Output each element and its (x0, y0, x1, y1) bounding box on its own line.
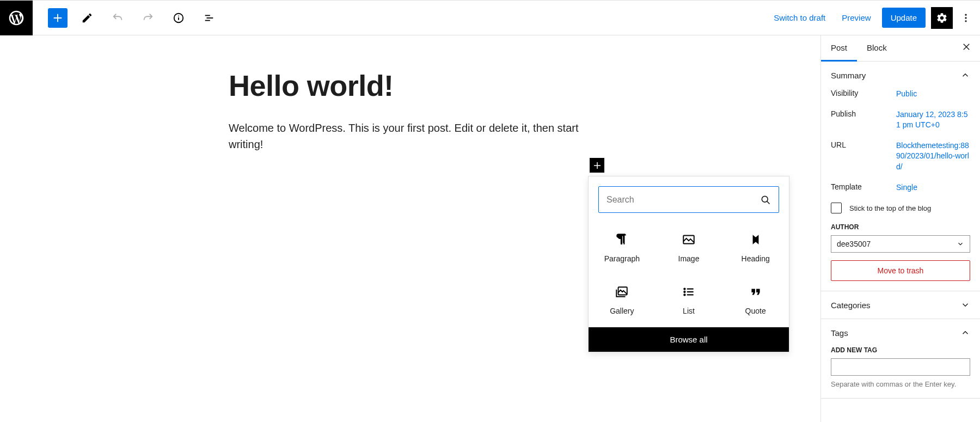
block-quote[interactable]: Quote (722, 275, 789, 327)
svg-point-13 (684, 289, 685, 290)
visibility-value[interactable]: Public (896, 89, 970, 100)
panel-title: Categories (831, 301, 871, 310)
block-label: List (683, 307, 695, 315)
tag-hint: Separate with commas or the Enter key. (831, 380, 970, 388)
author-select[interactable]: dee35007 (831, 235, 970, 253)
publish-value[interactable]: January 12, 2023 8:51 pm UTC+0 (896, 109, 970, 131)
panel-title: Tags (831, 328, 848, 338)
add-block-button[interactable] (48, 8, 68, 28)
info-icon[interactable] (168, 7, 189, 29)
search-icon (760, 194, 771, 205)
toolbar-right: Switch to draft Preview Update (768, 7, 980, 29)
block-label: Paragraph (604, 254, 640, 263)
block-search-input[interactable] (598, 186, 779, 213)
paragraph-icon (615, 233, 629, 247)
top-toolbar: Switch to draft Preview Update (0, 1, 980, 35)
wordpress-logo[interactable] (0, 1, 33, 35)
main-area: Hello world! Welcome to WordPress. This … (0, 35, 980, 422)
svg-point-9 (762, 196, 768, 202)
svg-point-6 (965, 14, 966, 15)
block-label: Image (678, 254, 700, 263)
post-body[interactable]: Welcome to WordPress. This is your first… (229, 120, 610, 152)
panel-tags-toggle[interactable]: Tags (821, 319, 980, 346)
template-value[interactable]: Single (896, 182, 970, 193)
redo-icon[interactable] (137, 7, 159, 29)
template-label: Template (831, 182, 896, 193)
search-field[interactable] (607, 195, 760, 205)
svg-point-17 (684, 294, 685, 295)
settings-icon[interactable] (931, 7, 953, 29)
quote-icon (749, 285, 763, 299)
visibility-label: Visibility (831, 89, 896, 100)
block-label: Heading (742, 254, 770, 263)
url-label: URL (831, 140, 896, 173)
panel-tags: Tags ADD NEW TAG Separate with commas or… (821, 319, 980, 399)
chevron-up-icon (960, 328, 970, 338)
gallery-icon (615, 285, 629, 299)
post-title[interactable]: Hello world! (229, 68, 610, 103)
switch-to-draft-button[interactable]: Switch to draft (768, 9, 831, 27)
svg-point-7 (965, 17, 966, 19)
svg-point-15 (684, 291, 685, 292)
panel-categories-toggle[interactable]: Categories (821, 291, 980, 319)
heading-icon (749, 233, 763, 247)
block-paragraph[interactable]: Paragraph (589, 223, 656, 275)
svg-point-2 (178, 15, 179, 16)
block-inserter-popup: Paragraph Image Heading Gallery (588, 176, 789, 352)
svg-line-10 (767, 201, 770, 204)
block-label: Quote (745, 307, 766, 315)
chevron-down-icon (957, 240, 964, 248)
update-button[interactable]: Update (882, 8, 926, 28)
outline-icon[interactable] (198, 7, 220, 29)
sticky-label: Stick to the top of the blog (849, 204, 931, 212)
panel-summary: Summary Visibility Public Publish Januar… (821, 62, 980, 291)
block-gallery[interactable]: Gallery (589, 275, 656, 327)
undo-icon[interactable] (107, 7, 128, 29)
add-tag-input[interactable] (831, 358, 970, 376)
more-menu-icon[interactable] (958, 7, 973, 29)
author-label: AUTHOR (831, 223, 970, 231)
tab-block[interactable]: Block (857, 35, 897, 61)
pencil-icon[interactable] (76, 7, 98, 29)
preview-button[interactable]: Preview (836, 9, 876, 27)
add-tag-label: ADD NEW TAG (831, 346, 970, 354)
editor-canvas[interactable]: Hello world! Welcome to WordPress. This … (0, 35, 820, 422)
browse-all-button[interactable]: Browse all (589, 327, 789, 352)
tab-post[interactable]: Post (821, 35, 857, 62)
close-sidebar-button[interactable] (953, 35, 980, 61)
sticky-checkbox[interactable] (831, 203, 842, 213)
url-value[interactable]: Blockthemetesting:8890/2023/01/hello-wor… (896, 140, 970, 173)
list-icon (682, 285, 696, 299)
settings-sidebar: Post Block Summary Visibility Public (820, 35, 980, 422)
block-image[interactable]: Image (656, 223, 722, 275)
publish-label: Publish (831, 109, 896, 131)
block-list[interactable]: List (656, 275, 722, 327)
chevron-up-icon (960, 70, 970, 80)
block-heading[interactable]: Heading (722, 223, 789, 275)
image-icon (682, 233, 696, 247)
panel-summary-toggle[interactable]: Summary (821, 62, 980, 89)
inline-add-button[interactable] (590, 158, 604, 173)
svg-point-8 (965, 20, 966, 22)
toolbar-left (0, 1, 220, 35)
panel-categories: Categories (821, 291, 980, 319)
move-to-trash-button[interactable]: Move to trash (831, 260, 970, 281)
author-value: dee35007 (837, 240, 871, 248)
chevron-down-icon (960, 300, 970, 310)
panel-title: Summary (831, 71, 866, 80)
block-label: Gallery (610, 307, 634, 315)
close-icon (961, 42, 971, 52)
